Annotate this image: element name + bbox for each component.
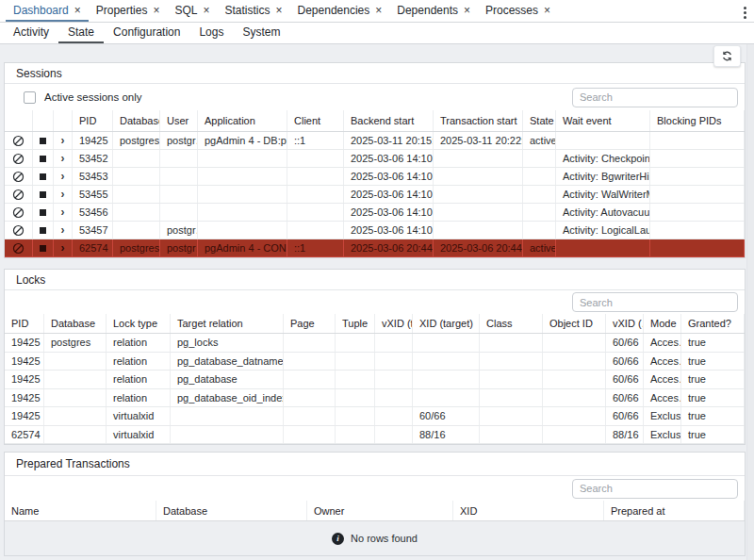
sessions-search-input[interactable]	[572, 88, 738, 107]
terminate-session-button[interactable]	[5, 168, 33, 185]
terminate-session-button[interactable]	[5, 222, 33, 239]
header-cell-backend-start[interactable]: Backend start	[344, 110, 434, 131]
header-cell-lock-type[interactable]: Lock type	[107, 314, 171, 333]
terminate-session-button[interactable]	[5, 150, 33, 167]
header-cell-page[interactable]: Page	[284, 314, 336, 333]
session-row[interactable]: ›534532025-03-06 14:10:11 …Activity: Bgw…	[5, 168, 745, 186]
active-sessions-checkbox[interactable]	[24, 91, 36, 104]
window-tab-statistics[interactable]: Statistics×	[217, 0, 289, 22]
tab-activity[interactable]: Activity	[4, 23, 58, 43]
header-cell-vxid-[interactable]: vXID (…	[606, 314, 644, 333]
header-cell-xid-target-[interactable]: XID (target)	[413, 314, 480, 333]
cell: true	[681, 407, 745, 425]
lock-row[interactable]: 19425relationpg_database_datname_ind…60/…	[5, 353, 745, 371]
close-icon[interactable]: ×	[74, 5, 81, 16]
lock-row[interactable]: 19425postgresrelationpg_locks60/66Acces……	[5, 334, 745, 353]
header-cell-transaction-start[interactable]: Transaction start	[434, 110, 523, 131]
window-tab-dependencies[interactable]: Dependencies×	[290, 0, 390, 22]
expand-row-button[interactable]: ›	[54, 150, 73, 167]
cell: true	[681, 389, 745, 407]
header-cell-blocking-pids[interactable]: Blocking PIDs	[650, 110, 745, 131]
stop-icon	[40, 191, 46, 198]
header-cell-application[interactable]: Application	[198, 110, 287, 131]
locks-table: PIDDatabaseLock typeTarget relationPageT…	[5, 314, 745, 444]
session-row[interactable]: ›62574postgrespostgr…pgAdmin 4 - CONN:6……	[5, 239, 745, 257]
header-cell-target-relation[interactable]: Target relation	[171, 314, 284, 333]
header-cell-mode[interactable]: Mode	[644, 314, 681, 333]
close-icon[interactable]: ×	[203, 5, 209, 16]
header-cell-user[interactable]: User	[160, 110, 198, 131]
close-icon[interactable]: ×	[464, 5, 470, 16]
window-tab-label: Processes	[485, 4, 538, 17]
header-cell-client[interactable]: Client	[287, 110, 344, 131]
expand-row-button[interactable]: ›	[54, 204, 73, 221]
header-cell-granted-[interactable]: Granted?	[681, 314, 745, 333]
locks-search-input[interactable]	[572, 292, 738, 312]
lock-row[interactable]: 62574virtualxid88/1688/16Exclusi…true	[5, 426, 745, 445]
header-cell-vxid-t-[interactable]: vXID (t…	[375, 314, 413, 333]
header-cell-class[interactable]: Class	[480, 314, 543, 333]
prepared-search-input[interactable]	[572, 479, 738, 499]
cancel-query-button[interactable]	[33, 132, 54, 149]
tab-system[interactable]: System	[233, 23, 289, 43]
header-cell-tuple[interactable]: Tuple	[336, 314, 375, 333]
close-icon[interactable]: ×	[153, 5, 159, 16]
window-tab-processes[interactable]: Processes×	[478, 0, 558, 22]
cancel-query-button[interactable]	[33, 168, 54, 185]
header-cell-object-id[interactable]: Object ID	[543, 314, 606, 333]
cancel-query-button[interactable]	[33, 186, 54, 203]
terminate-session-button[interactable]	[5, 186, 33, 203]
lock-row[interactable]: 19425virtualxid60/6660/66Exclusi…true	[5, 407, 745, 426]
terminate-session-button[interactable]	[5, 204, 33, 221]
expand-row-button[interactable]: ›	[54, 222, 73, 239]
kebab-menu-icon[interactable]	[739, 4, 751, 22]
header-cell-xid[interactable]: XID	[453, 501, 604, 520]
expand-row-button[interactable]: ›	[54, 132, 73, 149]
header-cell-wait-event[interactable]: Wait event	[556, 110, 650, 131]
cancel-query-button[interactable]	[33, 222, 54, 239]
tab-logs[interactable]: Logs	[189, 23, 233, 43]
cancel-query-button[interactable]	[33, 150, 54, 167]
expand-row-button[interactable]: ›	[54, 168, 73, 185]
window-tab-dashboard[interactable]: Dashboard×	[6, 0, 89, 22]
session-row[interactable]: ›19425postgrespostgr…pgAdmin 4 - DB:post…	[5, 132, 745, 150]
lock-row[interactable]: 19425relationpg_database_oid_index60/66A…	[5, 389, 745, 408]
window-tab-label: Statistics	[224, 4, 270, 17]
lock-row[interactable]: 19425relationpg_database60/66Acces…true	[5, 371, 745, 389]
cell	[523, 150, 556, 167]
session-row[interactable]: ›534562025-03-06 14:10:11 …Activity: Aut…	[5, 204, 745, 222]
close-icon[interactable]: ×	[375, 5, 382, 16]
cell: 19425	[5, 389, 44, 407]
cell: 60/66	[606, 389, 644, 407]
terminate-session-button[interactable]	[5, 132, 33, 149]
vertical-scrollbar[interactable]	[746, 44, 754, 560]
expand-row-button[interactable]: ›	[54, 239, 73, 256]
header-cell-database[interactable]: Database	[156, 501, 307, 520]
close-icon[interactable]: ×	[276, 5, 283, 16]
tab-configuration[interactable]: Configuration	[104, 23, 189, 43]
window-tab-dependents[interactable]: Dependents×	[389, 0, 478, 22]
refresh-button[interactable]	[713, 45, 741, 67]
session-row[interactable]: ›534552025-03-06 14:10:11 …Activity: Wal…	[5, 186, 745, 204]
close-icon[interactable]: ×	[544, 5, 550, 16]
session-row[interactable]: ›53457postgr…2025-03-06 14:10:11 …Activi…	[5, 222, 745, 239]
session-row[interactable]: ›534522025-03-06 14:10:11 …Activity: Che…	[5, 150, 745, 168]
active-sessions-filter[interactable]: Active sessions only	[11, 91, 142, 104]
window-tab-properties[interactable]: Properties×	[89, 0, 168, 22]
tab-state[interactable]: State	[58, 23, 104, 43]
window-tab-label: Dependents	[397, 4, 458, 17]
cancel-query-button[interactable]	[33, 204, 54, 221]
window-tab-sql[interactable]: SQL×	[167, 0, 217, 22]
expand-row-button[interactable]: ›	[54, 186, 73, 203]
header-cell-name[interactable]: Name	[5, 501, 156, 520]
header-cell-state[interactable]: State	[523, 110, 556, 131]
header-cell-database[interactable]: Database	[113, 110, 160, 131]
cancel-query-button[interactable]	[33, 239, 54, 256]
cell	[160, 204, 198, 221]
terminate-session-button[interactable]	[5, 239, 33, 256]
header-cell-pid[interactable]: PID	[5, 314, 44, 333]
header-cell-owner[interactable]: Owner	[307, 501, 453, 520]
header-cell-pid[interactable]: PID	[73, 110, 113, 131]
header-cell-database[interactable]: Database	[44, 314, 107, 333]
header-cell-prepared-at[interactable]: Prepared at	[604, 501, 745, 520]
